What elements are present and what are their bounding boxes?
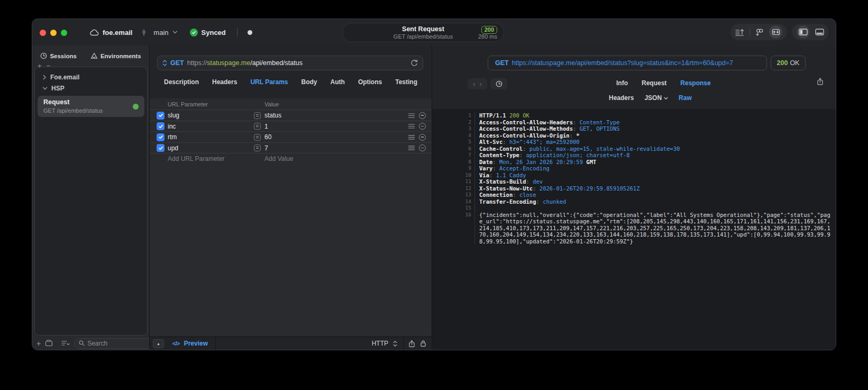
sync-project-icon[interactable] [769,25,782,39]
new-group-icon[interactable] [45,340,53,347]
param-value-field[interactable]: status [264,112,281,119]
sent-url: https://statuspage.me/api/embed/status?s… [512,59,733,67]
zoom-window-button[interactable] [61,30,67,36]
param-enabled-checkbox[interactable] [157,144,165,152]
response-tab-response[interactable]: Response [680,79,710,87]
code-line: 1HTTP/1.1 200 OK [459,112,830,119]
reorder-handle-icon[interactable] [408,124,415,129]
line-number: 8 [459,159,471,166]
header-key: Transfer-Encoding [479,198,536,205]
tree-item-hsp[interactable]: HSP [42,85,65,92]
add-value-placeholder[interactable]: Add Value [264,155,294,162]
equals-icon: = [254,112,261,119]
response-tab-info[interactable]: Info [616,79,628,87]
resend-icon[interactable] [410,59,418,67]
reorder-handle-icon[interactable] [408,135,415,140]
sidebar-tab-environments[interactable]: Environments [90,52,141,59]
add-session-button[interactable]: + [38,62,42,70]
param-value-field[interactable]: 7 [264,144,268,152]
param-name-field[interactable]: rtm [168,133,177,141]
send-request-icon[interactable] [735,29,744,36]
history-button[interactable] [490,78,507,89]
preview-button[interactable]: Preview [184,340,208,347]
response-viewer[interactable]: 1HTTP/1.1 200 OK2Access-Control-Allow-He… [432,109,836,350]
request-tab-testing[interactable]: Testing [395,78,417,86]
sync-status[interactable]: Synced [190,29,226,37]
response-format-json[interactable]: JSON [644,94,668,102]
project-name[interactable]: foe.email [103,29,132,37]
tree-item-foe-email[interactable]: Foe.email [42,74,79,81]
header-value: Mon, 26 Jan 2026 20:29:59 [499,159,583,165]
equals-icon: = [254,144,261,151]
remove-param-icon[interactable] [419,123,426,130]
sessions-panel: Foe.email HSP Request GET /api/embed/sta… [34,67,148,335]
forward-button[interactable]: › [480,80,482,88]
response-body-json: {"incidents":null,"overall":{"code":"ope… [479,212,830,244]
desktop: foe.email main Synced Sent Req [0,0,868,390]
url-params-editor: URL Parameter Value slug=statusinc=1rtm=… [150,98,432,337]
method-selector-icon[interactable] [162,60,167,66]
request-summary-pill[interactable]: Sent Request GET /api/embed/status 200 2… [342,23,504,42]
line-number: 12 [459,185,471,192]
toolbar-group-actions [730,24,787,40]
request-tab-body[interactable]: Body [301,78,317,86]
response-format-raw[interactable]: Raw [679,94,692,102]
branch-name[interactable]: main [153,29,168,37]
param-name-field[interactable]: upd [168,144,178,152]
remove-param-icon[interactable] [419,134,426,141]
export-response-icon[interactable] [817,77,824,86]
close-window-button[interactable] [40,30,46,36]
request-tab-headers[interactable]: Headers [212,78,237,86]
request-tab-auth[interactable]: Auth [331,78,345,86]
chevron-down-icon [42,86,48,90]
back-button[interactable]: ‹ [473,80,475,88]
param-name-field[interactable]: slug [168,112,179,119]
param-enabled-checkbox[interactable] [157,112,165,120]
param-value-field[interactable]: 60 [264,133,271,141]
chevron-down-icon[interactable] [172,31,178,34]
request-list-item[interactable]: Request GET /api/embed/status [38,96,144,117]
param-row: rtm=60 [150,131,432,142]
param-enabled-checkbox[interactable] [157,122,165,130]
sidebar-tab-sessions[interactable]: Sessions [40,52,77,59]
param-enabled-checkbox[interactable] [157,133,165,141]
toggle-sidebar-icon[interactable] [797,25,810,39]
equals-icon: = [254,134,261,141]
lock-icon[interactable] [420,340,426,347]
sent-request-url-box[interactable]: GET https://statuspage.me/api/embed/stat… [488,56,767,70]
add-param-row[interactable]: Add URL Parameter Add Value [150,153,432,164]
line-number: 16 [459,212,471,245]
minimize-window-button[interactable] [50,30,57,36]
history-nav: ‹ › [468,78,487,89]
toggle-bottom-panel-icon[interactable] [815,29,824,35]
reorder-handle-icon[interactable] [408,113,415,118]
protocol-selector[interactable]: HTTP [372,340,388,347]
protocol-selector-chevrons-icon[interactable] [393,341,397,347]
line-number: 5 [459,139,471,146]
request-method[interactable]: GET [170,59,184,67]
new-request-button[interactable]: + [36,339,41,348]
remove-param-icon[interactable] [419,144,426,151]
response-status-line: 200 OK [509,112,529,119]
param-name-field[interactable]: inc [168,123,176,130]
request-url[interactable]: https://statuspage.me/api/embed/status [187,59,407,67]
column-value: Value [264,101,279,107]
request-tab-description[interactable]: Description [164,78,199,86]
sort-filter-icon[interactable] [61,340,70,346]
code-line: 15 [459,205,830,212]
remove-session-button[interactable]: − [47,62,51,70]
pull-changes-icon[interactable] [755,29,764,36]
request-tab-options[interactable]: Options [358,78,382,86]
request-url-bar[interactable]: GET https://statuspage.me/api/embed/stat… [157,56,423,70]
reorder-handle-icon[interactable] [408,146,415,150]
header-key: Cache-Control [479,146,523,152]
add-param-placeholder[interactable]: Add URL Parameter [168,155,225,162]
response-tab-request[interactable]: Request [642,79,666,87]
expand-panel-button[interactable]: ▲ [153,339,164,348]
request-tab-url-params[interactable]: URL Params [250,78,288,86]
response-format-headers[interactable]: Headers [609,94,634,102]
remove-param-icon[interactable] [419,112,426,119]
param-value-field[interactable]: 1 [264,123,268,130]
share-icon[interactable] [408,340,415,348]
search-icon [79,340,85,346]
